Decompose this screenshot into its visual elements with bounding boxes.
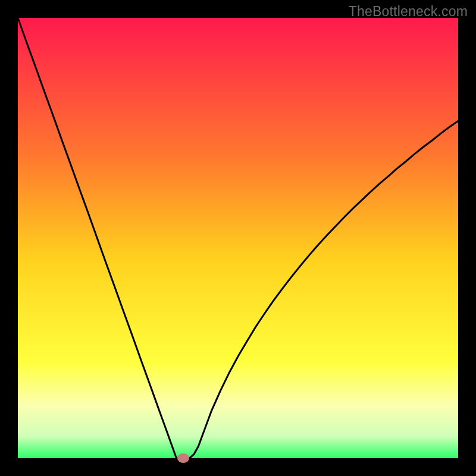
bottleneck-curve [18, 18, 458, 458]
plot-area [18, 18, 458, 458]
chart-frame: TheBottleneck.com [0, 0, 476, 476]
watermark-text: TheBottleneck.com [349, 4, 468, 20]
optimal-point-marker [177, 453, 189, 463]
